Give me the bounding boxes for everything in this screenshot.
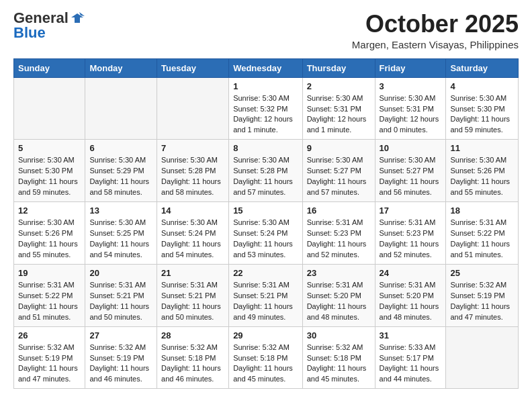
calendar-week-row: 5Sunrise: 5:30 AMSunset: 5:30 PMDaylight… (14, 140, 519, 202)
calendar-cell: 3Sunrise: 5:30 AMSunset: 5:31 PMDaylight… (375, 77, 446, 140)
calendar-cell: 10Sunrise: 5:30 AMSunset: 5:27 PMDayligh… (375, 140, 446, 202)
location-subtitle: Margen, Eastern Visayas, Philippines (352, 39, 519, 50)
day-content: Sunrise: 5:30 AMSunset: 5:26 PMDaylight:… (18, 218, 81, 261)
calendar-week-row: 1Sunrise: 5:30 AMSunset: 5:32 PMDaylight… (14, 77, 519, 140)
calendar-cell: 12Sunrise: 5:30 AMSunset: 5:26 PMDayligh… (14, 202, 85, 265)
day-content: Sunrise: 5:32 AMSunset: 5:19 PMDaylight:… (450, 280, 514, 323)
day-content: Sunrise: 5:32 AMSunset: 5:19 PMDaylight:… (18, 342, 81, 385)
logo-bird-icon (70, 11, 85, 26)
month-title: October 2025 (352, 11, 519, 38)
day-number: 6 (89, 143, 152, 153)
day-number: 30 (307, 330, 371, 340)
weekday-header-saturday: Saturday (446, 58, 519, 77)
weekday-header-tuesday: Tuesday (157, 58, 229, 77)
calendar-week-row: 19Sunrise: 5:31 AMSunset: 5:22 PMDayligh… (14, 264, 519, 326)
day-number: 15 (233, 205, 298, 216)
day-content: Sunrise: 5:31 AMSunset: 5:21 PMDaylight:… (89, 280, 152, 323)
day-content: Sunrise: 5:30 AMSunset: 5:24 PMDaylight:… (161, 218, 224, 261)
calendar-cell: 7Sunrise: 5:30 AMSunset: 5:28 PMDaylight… (157, 140, 229, 202)
calendar-cell: 23Sunrise: 5:31 AMSunset: 5:20 PMDayligh… (302, 264, 375, 326)
day-number: 19 (18, 268, 81, 278)
day-number: 21 (161, 268, 224, 278)
day-content: Sunrise: 5:31 AMSunset: 5:22 PMDaylight:… (18, 280, 81, 323)
day-content: Sunrise: 5:32 AMSunset: 5:18 PMDaylight:… (307, 342, 371, 385)
calendar-cell: 19Sunrise: 5:31 AMSunset: 5:22 PMDayligh… (14, 264, 85, 326)
calendar-cell: 26Sunrise: 5:32 AMSunset: 5:19 PMDayligh… (14, 326, 85, 389)
day-content: Sunrise: 5:30 AMSunset: 5:32 PMDaylight:… (233, 93, 298, 136)
calendar-cell: 16Sunrise: 5:31 AMSunset: 5:23 PMDayligh… (302, 202, 375, 265)
calendar-cell: 17Sunrise: 5:31 AMSunset: 5:23 PMDayligh… (375, 202, 446, 265)
day-content: Sunrise: 5:30 AMSunset: 5:27 PMDaylight:… (380, 155, 442, 198)
day-content: Sunrise: 5:32 AMSunset: 5:18 PMDaylight:… (233, 342, 298, 385)
day-number: 17 (380, 205, 442, 216)
day-number: 31 (380, 330, 442, 340)
calendar-cell: 14Sunrise: 5:30 AMSunset: 5:24 PMDayligh… (157, 202, 229, 265)
calendar-cell: 5Sunrise: 5:30 AMSunset: 5:30 PMDaylight… (14, 140, 85, 202)
day-content: Sunrise: 5:32 AMSunset: 5:19 PMDaylight:… (89, 342, 152, 385)
day-number: 11 (450, 143, 514, 153)
day-number: 29 (233, 330, 298, 340)
calendar-cell: 2Sunrise: 5:30 AMSunset: 5:31 PMDaylight… (302, 77, 375, 140)
day-number: 4 (450, 81, 514, 91)
logo: General Blue (13, 11, 85, 40)
calendar-cell: 28Sunrise: 5:32 AMSunset: 5:18 PMDayligh… (157, 326, 229, 389)
calendar-cell: 1Sunrise: 5:30 AMSunset: 5:32 PMDaylight… (229, 77, 303, 140)
day-number: 27 (89, 330, 152, 340)
day-number: 12 (18, 205, 81, 216)
calendar-cell (85, 77, 157, 140)
day-content: Sunrise: 5:30 AMSunset: 5:26 PMDaylight:… (450, 155, 514, 198)
weekday-header-sunday: Sunday (14, 58, 85, 77)
day-content: Sunrise: 5:31 AMSunset: 5:23 PMDaylight:… (307, 218, 371, 261)
calendar-cell: 25Sunrise: 5:32 AMSunset: 5:19 PMDayligh… (446, 264, 519, 326)
day-number: 28 (161, 330, 224, 340)
day-content: Sunrise: 5:30 AMSunset: 5:31 PMDaylight:… (307, 93, 371, 136)
day-content: Sunrise: 5:31 AMSunset: 5:20 PMDaylight:… (307, 280, 371, 323)
day-number: 25 (450, 268, 514, 278)
day-number: 7 (161, 143, 224, 153)
weekday-header-friday: Friday (375, 58, 446, 77)
day-content: Sunrise: 5:33 AMSunset: 5:17 PMDaylight:… (380, 342, 442, 385)
day-content: Sunrise: 5:31 AMSunset: 5:21 PMDaylight:… (161, 280, 224, 323)
calendar-cell: 20Sunrise: 5:31 AMSunset: 5:21 PMDayligh… (85, 264, 157, 326)
calendar-week-row: 12Sunrise: 5:30 AMSunset: 5:26 PMDayligh… (14, 202, 519, 265)
calendar-cell: 29Sunrise: 5:32 AMSunset: 5:18 PMDayligh… (229, 326, 303, 389)
day-content: Sunrise: 5:30 AMSunset: 5:29 PMDaylight:… (89, 155, 152, 198)
day-number: 20 (89, 268, 152, 278)
day-content: Sunrise: 5:31 AMSunset: 5:20 PMDaylight:… (380, 280, 442, 323)
day-content: Sunrise: 5:31 AMSunset: 5:23 PMDaylight:… (380, 218, 442, 261)
logo-blue-text: Blue (13, 26, 46, 40)
day-number: 3 (380, 81, 442, 91)
calendar-header-row: SundayMondayTuesdayWednesdayThursdayFrid… (14, 58, 519, 77)
day-content: Sunrise: 5:31 AMSunset: 5:22 PMDaylight:… (450, 218, 514, 261)
weekday-header-monday: Monday (85, 58, 157, 77)
day-number: 24 (380, 268, 442, 278)
calendar-cell: 11Sunrise: 5:30 AMSunset: 5:26 PMDayligh… (446, 140, 519, 202)
calendar-cell: 8Sunrise: 5:30 AMSunset: 5:28 PMDaylight… (229, 140, 303, 202)
calendar-cell (14, 77, 85, 140)
day-content: Sunrise: 5:30 AMSunset: 5:28 PMDaylight:… (233, 155, 298, 198)
day-number: 22 (233, 268, 298, 278)
calendar-cell: 6Sunrise: 5:30 AMSunset: 5:29 PMDaylight… (85, 140, 157, 202)
calendar-cell: 9Sunrise: 5:30 AMSunset: 5:27 PMDaylight… (302, 140, 375, 202)
day-number: 18 (450, 205, 514, 216)
calendar-cell: 15Sunrise: 5:30 AMSunset: 5:24 PMDayligh… (229, 202, 303, 265)
calendar-cell: 18Sunrise: 5:31 AMSunset: 5:22 PMDayligh… (446, 202, 519, 265)
calendar-cell: 27Sunrise: 5:32 AMSunset: 5:19 PMDayligh… (85, 326, 157, 389)
day-number: 23 (307, 268, 371, 278)
logo-general-text: General (13, 11, 69, 26)
day-content: Sunrise: 5:30 AMSunset: 5:31 PMDaylight:… (380, 93, 442, 136)
day-content: Sunrise: 5:30 AMSunset: 5:25 PMDaylight:… (89, 218, 152, 261)
calendar-cell: 24Sunrise: 5:31 AMSunset: 5:20 PMDayligh… (375, 264, 446, 326)
day-number: 10 (380, 143, 442, 153)
calendar-cell: 21Sunrise: 5:31 AMSunset: 5:21 PMDayligh… (157, 264, 229, 326)
day-number: 26 (18, 330, 81, 340)
day-number: 1 (233, 81, 298, 91)
day-content: Sunrise: 5:31 AMSunset: 5:21 PMDaylight:… (233, 280, 298, 323)
calendar-cell (446, 326, 519, 389)
day-content: Sunrise: 5:30 AMSunset: 5:30 PMDaylight:… (18, 155, 81, 198)
day-number: 9 (307, 143, 371, 153)
day-number: 14 (161, 205, 224, 216)
day-number: 16 (307, 205, 371, 216)
calendar-cell: 22Sunrise: 5:31 AMSunset: 5:21 PMDayligh… (229, 264, 303, 326)
calendar-cell: 4Sunrise: 5:30 AMSunset: 5:30 PMDaylight… (446, 77, 519, 140)
